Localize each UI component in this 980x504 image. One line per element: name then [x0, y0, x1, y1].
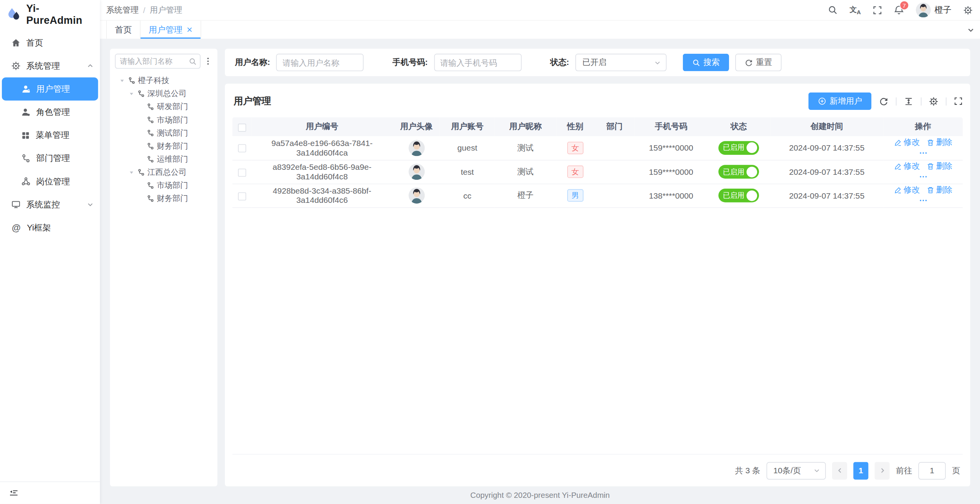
caret-down-icon[interactable]	[127, 169, 136, 175]
sidebar-item-label: 菜单管理	[36, 129, 70, 141]
dept-icon	[147, 182, 154, 189]
table-row: 4928be8d-3c34-a385-86bf-3a14dd60f4c6cc橙子…	[233, 184, 963, 207]
tree-node[interactable]: 测试部门	[115, 127, 213, 139]
edit-button[interactable]: 修改	[894, 137, 920, 148]
cell-status: 已启用	[707, 160, 770, 184]
refresh-icon[interactable]	[879, 96, 888, 106]
dept-tree: 橙子科技深圳总公司研发部门市场部门测试部门财务部门运维部门江西总公司市场部门财务…	[115, 74, 213, 205]
sidebar-footer	[0, 481, 100, 504]
fullscreen-icon[interactable]	[873, 5, 882, 15]
page-number-button[interactable]: 1	[853, 462, 868, 479]
username-input[interactable]	[276, 54, 364, 71]
caret-down-icon[interactable]	[118, 78, 127, 83]
row-checkbox[interactable]	[238, 144, 246, 153]
row-checkbox[interactable]	[238, 168, 246, 176]
edit-button[interactable]: 修改	[894, 161, 920, 172]
sidebar-menu: 首页 系统管理 用户管理	[0, 29, 100, 481]
dept-icon	[138, 169, 145, 176]
goto-page-input[interactable]	[918, 462, 946, 479]
phone-input[interactable]	[434, 54, 522, 71]
cell-status: 已启用	[707, 136, 770, 160]
close-icon[interactable]	[187, 27, 193, 33]
edit-button[interactable]: 修改	[894, 184, 920, 196]
sidebar-item-monitor[interactable]: 系统监控	[0, 193, 100, 216]
sidebar-item-label: 岗位管理	[36, 176, 70, 187]
tree-node-label: 运维部门	[157, 154, 188, 165]
caret-down-icon	[136, 182, 145, 188]
cell-created-time: 2024-09-07 14:37:55	[770, 136, 884, 160]
table-fullscreen-icon[interactable]	[954, 97, 963, 106]
next-page-button[interactable]	[875, 462, 890, 479]
tree-node[interactable]: 橙子科技	[115, 74, 213, 87]
pagination-total: 共 3 条	[735, 465, 760, 476]
sidebar-item-user-mgmt[interactable]: 用户管理	[2, 78, 98, 101]
tree-node[interactable]: 财务部门	[115, 140, 213, 153]
page-size-select[interactable]: 10条/页	[766, 462, 826, 479]
sidebar-item-system[interactable]: 系统管理	[0, 54, 100, 77]
tree-node[interactable]: 运维部门	[115, 153, 213, 166]
status-toggle[interactable]: 已启用	[719, 189, 759, 202]
search-button[interactable]: 搜索	[683, 54, 729, 71]
trash-icon	[926, 186, 934, 194]
status-toggle[interactable]: 已启用	[719, 141, 759, 155]
user-menu[interactable]: 橙子	[916, 3, 952, 18]
tabbar-dropdown-button[interactable]	[962, 21, 980, 39]
tab-bar: 首页 用户管理	[100, 20, 980, 39]
app-logo[interactable]: Yi-PureAdmin	[0, 0, 100, 29]
tree-node[interactable]: 市场部门	[115, 114, 213, 126]
page-size-value: 10条/页	[773, 465, 813, 476]
at-sign-icon: @	[11, 222, 21, 232]
delete-button[interactable]: 删除	[926, 161, 952, 172]
column-header: 性别	[556, 118, 594, 136]
cell-dept	[594, 136, 635, 160]
cell-account: test	[440, 160, 495, 184]
breadcrumb-item[interactable]: 系统管理	[106, 4, 139, 15]
caret-down-icon[interactable]	[127, 91, 136, 97]
tab-home[interactable]: 首页	[106, 21, 140, 39]
dept-search-input[interactable]	[120, 57, 186, 66]
tree-node[interactable]: 研发部门	[115, 101, 213, 113]
sidebar-item-home[interactable]: 首页	[0, 31, 100, 54]
sidebar-item-dept-mgmt[interactable]: 部门管理	[0, 147, 100, 170]
tree-node[interactable]: 江西总公司	[115, 166, 213, 179]
more-actions-button[interactable]	[919, 172, 927, 181]
cell-actions: 修改删除	[884, 160, 963, 184]
gender-tag: 女	[567, 142, 583, 154]
more-actions-button[interactable]	[919, 148, 927, 157]
add-user-button[interactable]: 新增用户	[808, 93, 871, 110]
collapse-sidebar-icon[interactable]	[9, 488, 19, 498]
status-toggle-label: 已启用	[723, 143, 744, 153]
reset-button[interactable]: 重置	[735, 54, 781, 71]
cell-user-id: 9a57a4e8-e196-663a-7841-3a14dd60f4ca	[251, 136, 393, 160]
sidebar-item-role-mgmt[interactable]: 角色管理	[0, 101, 100, 124]
dept-icon	[147, 156, 154, 163]
translate-icon[interactable]: 文A	[850, 5, 861, 15]
tree-node[interactable]: 深圳总公司	[115, 88, 213, 100]
delete-button[interactable]: 删除	[926, 137, 952, 148]
status-select[interactable]: 已开启	[575, 54, 666, 71]
tree-node[interactable]: 财务部门	[115, 192, 213, 205]
dept-search-field[interactable]	[115, 54, 201, 69]
sidebar-item-label: 系统监控	[26, 199, 60, 210]
username-label: 用户名称:	[235, 57, 270, 68]
sidebar-item-yi-framework[interactable]: @ Yi框架	[0, 216, 100, 239]
prev-page-button[interactable]	[832, 462, 847, 479]
sidebar-item-post-mgmt[interactable]: 岗位管理	[0, 170, 100, 193]
settings-gear-icon[interactable]	[963, 5, 973, 15]
row-density-icon[interactable]	[904, 96, 913, 106]
select-all-checkbox[interactable]	[238, 123, 246, 131]
delete-button[interactable]: 删除	[926, 184, 952, 196]
user-table-card: 用户管理 新增用户	[225, 84, 970, 486]
more-vertical-icon[interactable]	[204, 57, 213, 66]
more-actions-button[interactable]	[919, 196, 927, 205]
notification-bell-icon[interactable]: 7	[894, 5, 904, 15]
search-icon[interactable]	[828, 5, 838, 15]
status-toggle[interactable]: 已启用	[719, 165, 759, 179]
page-content: 橙子科技深圳总公司研发部门市场部门测试部门财务部门运维部门江西总公司市场部门财务…	[100, 39, 980, 486]
sidebar-item-menu-mgmt[interactable]: 菜单管理	[0, 124, 100, 147]
tab-user-mgmt[interactable]: 用户管理	[141, 21, 201, 39]
row-checkbox[interactable]	[238, 192, 246, 200]
column-settings-gear-icon[interactable]	[929, 96, 938, 106]
tree-node[interactable]: 市场部门	[115, 179, 213, 192]
cell-nickname: 测试	[495, 160, 556, 184]
